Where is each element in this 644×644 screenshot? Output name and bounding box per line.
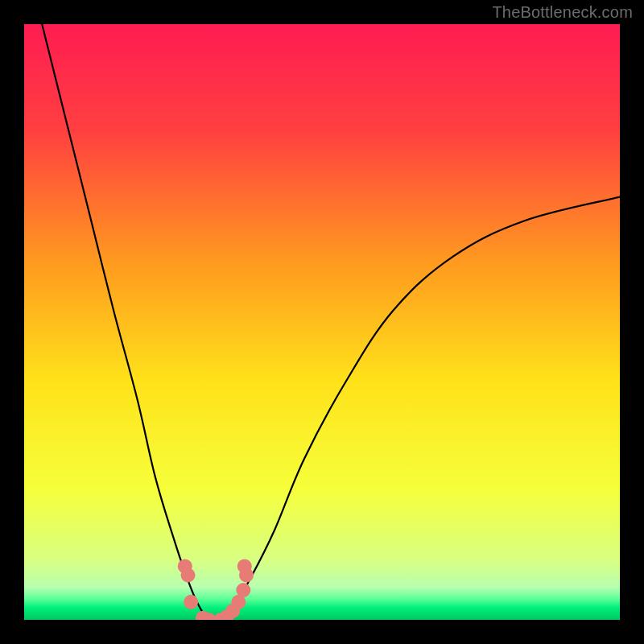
chart-frame: TheBottleneck.com bbox=[0, 0, 644, 644]
marker-dot bbox=[236, 583, 250, 597]
marker-dot bbox=[181, 568, 196, 583]
marker-dot bbox=[184, 595, 198, 609]
bottleneck-chart bbox=[0, 0, 644, 644]
plot-background bbox=[24, 24, 620, 620]
marker-dot bbox=[237, 559, 252, 573]
watermark-text: TheBottleneck.com bbox=[492, 3, 633, 22]
